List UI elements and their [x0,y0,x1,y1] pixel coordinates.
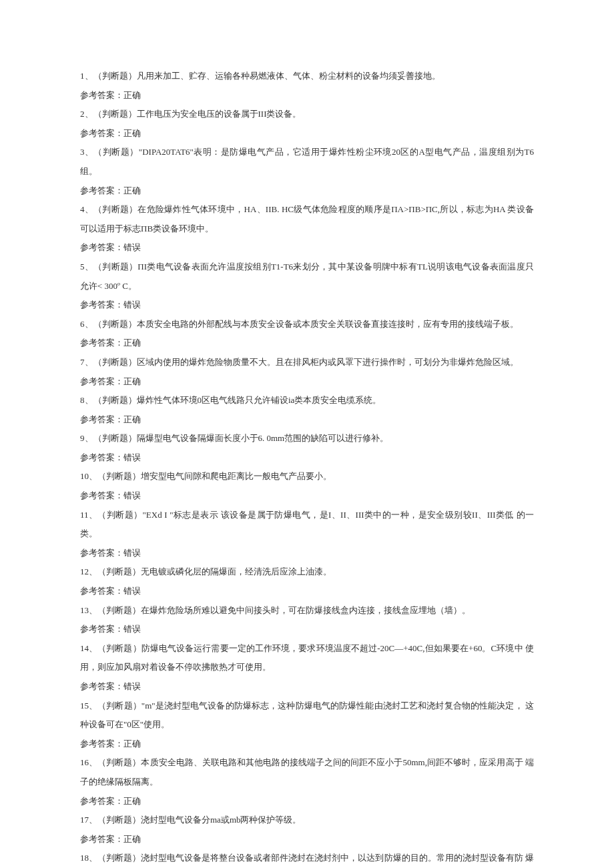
qa-item: 3、（判断题）"DIPA20TAT6"表明：是防爆电气产品，它适用于爆炸性粉尘环… [80,143,534,200]
answer-label: 参考答案： [80,90,123,100]
question-text: 12、（判断题）无电镀或磷化层的隔爆面，经清洗后应涂上油漆。 [80,562,534,582]
qa-item: 17、（判断题）浇封型电气设备分ma或mb两种保护等级。参考答案：正确 [80,811,534,849]
question-text: 18、（判断题）浇封型电气设备是将整台设备或者部件浇封在浇封剂中，以达到防爆的目… [80,849,534,868]
answer-value: 正确 [123,128,141,138]
answer-text: 参考答案：错误 [80,486,534,506]
answer-label: 参考答案： [80,624,123,634]
answer-label: 参考答案： [80,128,123,138]
answer-value: 正确 [123,376,141,386]
question-text: 4、（判断题）在危险爆炸性气体环境中，HA、IIB. HC级气体危险程度的顺序是… [80,200,534,238]
answer-text: 参考答案：正确 [80,792,534,811]
question-text: 9、（判断题）隔爆型电气设备隔爆面长度小于6. 0mm范围的缺陷可以进行修补。 [80,429,534,448]
answer-value: 错误 [123,586,141,596]
answer-value: 正确 [123,834,141,844]
question-text: 1、（判断题）凡用来加工、贮存、运输各种易燃液体、气体、粉尘材料的设备均须妥善接… [80,67,534,86]
qa-item: 18、（判断题）浇封型电气设备是将整台设备或者部件浇封在浇封剂中，以达到防爆的目… [80,849,534,868]
qa-item: 8、（判断题）爆炸性气体环境0区电气线路只允许铺设ia类本质安全电缆系统。参考答… [80,391,534,429]
answer-label: 参考答案： [80,739,123,749]
answer-label: 参考答案： [80,490,123,500]
answer-value: 错误 [123,300,141,310]
answer-text: 参考答案：正确 [80,181,534,201]
question-text: 5、（判断题）ПI类电气设备表面允许温度按组别T1-T6来划分，其中某设备明牌中… [80,258,534,296]
answer-text: 参考答案：错误 [80,677,534,697]
question-text: 3、（判断题）"DIPA20TAT6"表明：是防爆电气产品，它适用于爆炸性粉尘环… [80,143,534,181]
question-text: 17、（判断题）浇封型电气设备分ma或mb两种保护等级。 [80,811,534,830]
question-text: 7、（判断题）区域内使用的爆炸危险物质量不大。且在排风柜内或风罩下进行操作时，可… [80,353,534,372]
answer-label: 参考答案： [80,796,123,806]
qa-item: 2、（判断题）工作电压为安全电压的设备属于III类设备。参考答案：正确 [80,105,534,143]
answer-text: 参考答案：错误 [80,448,534,468]
answer-text: 参考答案：正确 [80,830,534,849]
answer-label: 参考答案： [80,376,123,386]
answer-value: 错误 [123,681,141,691]
question-text: 10、（判断题）增安型电气间隙和爬电距离比一般电气产品要小。 [80,467,534,486]
qa-item: 11、（判断题）"EXd I "标志是表示 该设备是属于防爆电气，是I、II、I… [80,506,534,563]
answer-text: 参考答案：错误 [80,296,534,315]
answer-text: 参考答案：正确 [80,372,534,392]
answer-label: 参考答案： [80,452,123,462]
qa-item: 15、（判断题）"m"是浇封型电气设备的防爆标志，这种防爆电气的防爆性能由浇封工… [80,697,534,754]
answer-value: 正确 [123,414,141,424]
answer-text: 参考答案：正确 [80,735,534,754]
qa-item: 10、（判断题）增安型电气间隙和爬电距离比一般电气产品要小。参考答案：错误 [80,467,534,505]
qa-item: 1、（判断题）凡用来加工、贮存、运输各种易燃液体、气体、粉尘材料的设备均须妥善接… [80,67,534,105]
answer-label: 参考答案： [80,681,123,691]
qa-item: 14、（判断题）防爆电气设备运行需要一定的工作环境，要求环境温度不超过-20C—… [80,639,534,697]
answer-label: 参考答案： [80,242,123,252]
qa-item: 5、（判断题）ПI类电气设备表面允许温度按组别T1-T6来划分，其中某设备明牌中… [80,258,534,315]
answer-value: 正确 [123,338,141,348]
answer-text: 参考答案：正确 [80,86,534,105]
qa-item: 7、（判断题）区域内使用的爆炸危险物质量不大。且在排风柜内或风罩下进行操作时，可… [80,353,534,391]
answer-label: 参考答案： [80,548,123,558]
question-text: 11、（判断题）"EXd I "标志是表示 该设备是属于防爆电气，是I、II、I… [80,506,534,544]
question-text: 13、（判断题）在爆炸危险场所难以避免中间接头时，可在防爆接线盒内连接，接线盒应… [80,601,534,620]
answer-label: 参考答案： [80,338,123,348]
document-body: 1、（判断题）凡用来加工、贮存、运输各种易燃液体、气体、粉尘材料的设备均须妥善接… [80,67,534,868]
answer-value: 正确 [123,90,141,100]
answer-text: 参考答案：正确 [80,334,534,353]
question-text: 6、（判断题）本质安全电路的外部配线与本质安全设备或本质安全关联设备直接连接时，… [80,315,534,334]
answer-label: 参考答案： [80,586,123,596]
answer-label: 参考答案： [80,185,123,195]
qa-item: 4、（判断题）在危险爆炸性气体环境中，HA、IIB. HC级气体危险程度的顺序是… [80,200,534,258]
answer-value: 正确 [123,796,141,806]
answer-text: 参考答案：错误 [80,582,534,601]
answer-text: 参考答案：正确 [80,410,534,430]
answer-value: 错误 [123,548,141,558]
answer-label: 参考答案： [80,300,123,310]
answer-label: 参考答案： [80,834,123,844]
question-text: 16、（判断题）本质安全电路、关联电路和其他电路的接线端子之间的间距不应小于50… [80,753,534,791]
answer-value: 正确 [123,185,141,195]
question-text: 15、（判断题）"m"是浇封型电气设备的防爆标志，这种防爆电气的防爆性能由浇封工… [80,697,534,735]
answer-text: 参考答案：错误 [80,620,534,639]
answer-text: 参考答案：错误 [80,544,534,563]
qa-item: 13、（判断题）在爆炸危险场所难以避免中间接头时，可在防爆接线盒内连接，接线盒应… [80,601,534,639]
question-text: 8、（判断题）爆炸性气体环境0区电气线路只允许铺设ia类本质安全电缆系统。 [80,391,534,410]
answer-value: 正确 [123,739,141,749]
qa-item: 6、（判断题）本质安全电路的外部配线与本质安全设备或本质安全关联设备直接连接时，… [80,315,534,353]
question-text: 2、（判断题）工作电压为安全电压的设备属于III类设备。 [80,105,534,124]
answer-text: 参考答案：正确 [80,124,534,143]
question-text: 14、（判断题）防爆电气设备运行需要一定的工作环境，要求环境温度不超过-20C—… [80,639,534,677]
answer-value: 错误 [123,452,141,462]
qa-item: 16、（判断题）本质安全电路、关联电路和其他电路的接线端子之间的间距不应小于50… [80,753,534,811]
qa-item: 12、（判断题）无电镀或磷化层的隔爆面，经清洗后应涂上油漆。参考答案：错误 [80,562,534,600]
answer-text: 参考答案：错误 [80,238,534,258]
qa-item: 9、（判断题）隔爆型电气设备隔爆面长度小于6. 0mm范围的缺陷可以进行修补。参… [80,429,534,467]
answer-value: 错误 [123,490,141,500]
answer-label: 参考答案： [80,414,123,424]
answer-value: 错误 [123,624,141,634]
answer-value: 错误 [123,242,141,252]
